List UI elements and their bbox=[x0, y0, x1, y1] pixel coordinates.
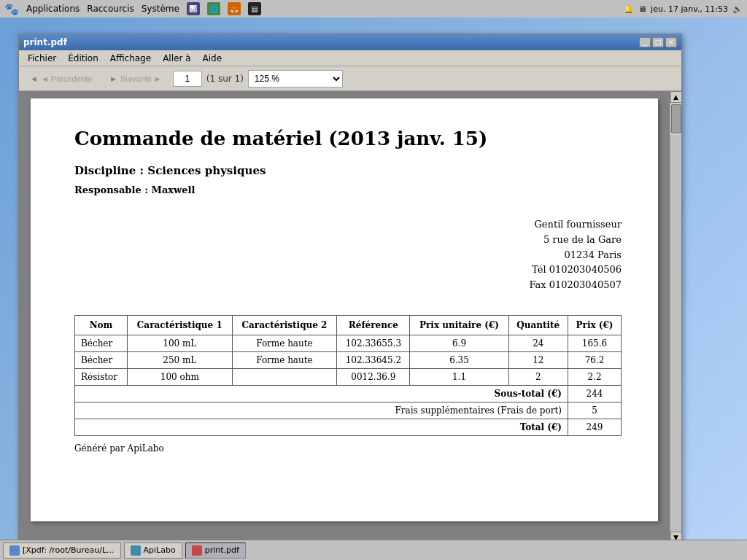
apilabo-icon bbox=[131, 545, 141, 556]
menu-affichage[interactable]: Affichage bbox=[104, 52, 157, 65]
terminal-icon: ▤ bbox=[248, 2, 261, 15]
window-controls: _ □ ✕ bbox=[639, 37, 677, 47]
sous-total-value: 244 bbox=[568, 385, 622, 402]
topbar-left: 🐾 Applications Raccourcis Système 📊 🌐 🦊 … bbox=[4, 2, 261, 16]
gnome-logo: 🐾 bbox=[4, 2, 19, 16]
prev-arrow-icon: ◄ bbox=[30, 74, 38, 83]
col-ref: Référence bbox=[337, 315, 410, 335]
menu-fichier[interactable]: Fichier bbox=[22, 52, 62, 65]
menu-aide[interactable]: Aide bbox=[197, 52, 228, 65]
supplier-block: Gentil fournisseur 5 rue de la Gare 0123… bbox=[74, 217, 622, 293]
row1-prix: 165.6 bbox=[568, 335, 622, 351]
pdf-scrollable[interactable]: Commande de matériel (2013 janv. 15) Dis… bbox=[19, 91, 670, 543]
sous-total-label: Sous-total (€) bbox=[75, 385, 568, 402]
col-prix: Prix (€) bbox=[568, 315, 622, 335]
close-button[interactable]: ✕ bbox=[665, 37, 677, 47]
page-number-input[interactable] bbox=[173, 71, 202, 87]
row1-pu: 6.9 bbox=[410, 335, 508, 351]
evince-window: print.pdf _ □ ✕ Fichier Édition Affichag… bbox=[18, 34, 682, 544]
menu-aller-a[interactable]: Aller à bbox=[157, 52, 196, 65]
row1-ref: 102.33655.3 bbox=[337, 335, 410, 351]
table-row: Résistor 100 ohm 0012.36.9 1.1 2 2.2 bbox=[75, 368, 622, 385]
zoom-select[interactable]: 125 % 75 % 100 % 150 % 200 % bbox=[248, 70, 343, 88]
row3-ref: 0012.36.9 bbox=[337, 368, 410, 385]
page-info: (1 sur 1) bbox=[206, 74, 244, 84]
col-qty: Quantité bbox=[508, 315, 568, 335]
total-row: Total (€) 249 bbox=[75, 419, 622, 435]
supplier-name: Gentil fournisseur bbox=[74, 217, 622, 233]
col-nom: Nom bbox=[75, 315, 128, 335]
order-table: Nom Caractéristique 1 Caractéristique 2 … bbox=[74, 315, 622, 436]
col-car2: Caractéristique 2 bbox=[232, 315, 337, 335]
row3-pu: 1.1 bbox=[410, 368, 508, 385]
row2-ref: 102.33645.2 bbox=[337, 351, 410, 368]
menubar: Fichier Édition Affichage Aller à Aide bbox=[19, 50, 681, 66]
taskbar-item-printpdf[interactable]: print.pdf bbox=[185, 542, 246, 559]
row3-car1: 100 ohm bbox=[127, 368, 232, 385]
frais-row: Frais supplémentaires (Frais de port) 5 bbox=[75, 402, 622, 419]
row3-qty: 2 bbox=[508, 368, 568, 385]
row2-qty: 12 bbox=[508, 351, 568, 368]
maximize-button[interactable]: □ bbox=[652, 37, 664, 47]
topbar-right: 🔔 🖥 jeu. 17 janv., 11:53 🔊 bbox=[624, 4, 743, 14]
row1-nom: Bécher bbox=[75, 335, 128, 351]
row2-car1: 250 mL bbox=[127, 351, 232, 368]
printpdf-icon bbox=[192, 545, 202, 556]
pdf-page: Commande de matériel (2013 janv. 15) Dis… bbox=[31, 98, 658, 521]
scroll-up-arrow[interactable]: ▲ bbox=[670, 91, 682, 103]
firefox-icon: 🦊 bbox=[228, 2, 241, 15]
row1-car2: Forme haute bbox=[232, 335, 337, 351]
network-icon: 🌐 bbox=[207, 2, 220, 15]
network-status-icon: 🖥 bbox=[638, 4, 646, 14]
doc-footer: Généré par ApiLabo bbox=[74, 443, 622, 454]
frais-value: 5 bbox=[568, 402, 622, 419]
scroll-track[interactable] bbox=[670, 135, 681, 532]
row2-prix: 76.2 bbox=[568, 351, 622, 368]
pdf-area: Commande de matériel (2013 janv. 15) Dis… bbox=[19, 91, 681, 543]
desktop-avatar: 🔔 bbox=[624, 4, 634, 14]
vertical-scrollbar[interactable]: ▲ ▼ bbox=[670, 91, 681, 543]
desktop-topbar: 🐾 Applications Raccourcis Système 📊 🌐 🦊 … bbox=[0, 0, 747, 18]
row1-qty: 24 bbox=[508, 335, 568, 351]
supplier-tel: Tél 010203040506 bbox=[74, 262, 622, 278]
applications-menu[interactable]: Applications bbox=[26, 4, 80, 14]
window-titlebar: print.pdf _ □ ✕ bbox=[19, 34, 681, 50]
doc-title: Commande de matériel (2013 janv. 15) bbox=[74, 128, 622, 149]
toolbar: ◄ ◄ Précédente ► Suivante ► (1 sur 1) 12… bbox=[19, 66, 681, 91]
taskbar-item-xpdf[interactable]: [Xpdf: /root/Bureau/L... bbox=[3, 542, 121, 559]
table-row: Bécher 100 mL Forme haute 102.33655.3 6.… bbox=[75, 335, 622, 351]
total-label: Total (€) bbox=[75, 419, 568, 435]
row3-nom: Résistor bbox=[75, 368, 128, 385]
row3-prix: 2.2 bbox=[568, 368, 622, 385]
xpdf-icon bbox=[9, 545, 20, 556]
sous-total-row: Sous-total (€) 244 bbox=[75, 385, 622, 402]
systeme-menu[interactable]: Système bbox=[142, 4, 179, 14]
col-car1: Caractéristique 1 bbox=[127, 315, 232, 335]
monitor-icon: 📊 bbox=[187, 2, 200, 15]
total-value: 249 bbox=[568, 419, 622, 435]
window-title: print.pdf bbox=[23, 37, 67, 47]
desktop-area: print.pdf _ □ ✕ Fichier Édition Affichag… bbox=[0, 18, 747, 560]
row1-car1: 100 mL bbox=[127, 335, 232, 351]
taskbar-xpdf-label: [Xpdf: /root/Bureau/L... bbox=[23, 545, 115, 555]
taskbar-printpdf-label: print.pdf bbox=[205, 545, 239, 555]
prev-button[interactable]: ◄ ◄ Précédente bbox=[23, 71, 98, 86]
scroll-thumb[interactable] bbox=[671, 104, 681, 133]
col-prix-unit: Prix unitaire (€) bbox=[410, 315, 508, 335]
taskbar: [Xpdf: /root/Bureau/L... ApiLabo print.p… bbox=[0, 540, 747, 560]
taskbar-apilabo-label: ApiLabo bbox=[144, 545, 176, 555]
row3-car2 bbox=[232, 368, 337, 385]
frais-label: Frais supplémentaires (Frais de port) bbox=[75, 402, 568, 419]
row2-car2: Forme haute bbox=[232, 351, 337, 368]
next-arrow-icon: ► bbox=[109, 74, 117, 83]
taskbar-item-apilabo[interactable]: ApiLabo bbox=[124, 542, 182, 559]
next-button[interactable]: ► Suivante ► bbox=[103, 71, 169, 86]
datetime-display: jeu. 17 janv., 11:53 bbox=[651, 4, 728, 14]
supplier-address2: 01234 Paris bbox=[74, 248, 622, 263]
raccourcis-menu[interactable]: Raccourcis bbox=[87, 4, 133, 14]
menu-edition[interactable]: Édition bbox=[62, 52, 104, 65]
minimize-button[interactable]: _ bbox=[639, 37, 651, 47]
volume-icon: 🔊 bbox=[732, 4, 743, 14]
supplier-address1: 5 rue de la Gare bbox=[74, 233, 622, 248]
doc-responsable: Responsable : Maxwell bbox=[74, 184, 622, 195]
